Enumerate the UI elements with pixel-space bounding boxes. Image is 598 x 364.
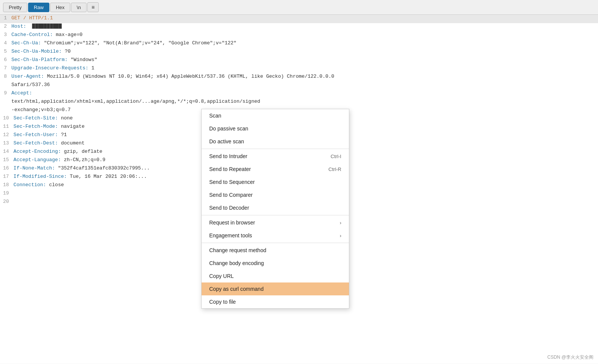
- line-number-10: 10: [0, 115, 14, 121]
- line-content-16: If-None-Match: "352f4caf1351eafc830392c7…: [14, 165, 150, 171]
- line-content-1: GET / HTTP/1.1: [11, 15, 53, 21]
- line-number-20: 20: [0, 199, 14, 204]
- request-line-9b: text/html,application/xhtml+xml,applicat…: [0, 98, 598, 107]
- menu-label-engagement-tools: Engagement tools: [209, 232, 252, 238]
- line-number-8: 8: [0, 74, 11, 79]
- line-number-2: 2: [0, 24, 11, 29]
- request-line-7: 7 Upgrade-Insecure-Requests: 1: [0, 65, 598, 73]
- menu-item-send-sequencer[interactable]: Send to Sequencer: [202, 176, 349, 188]
- line-number-13: 13: [0, 140, 14, 146]
- arrow-engagement-tools: ›: [340, 233, 341, 238]
- tab-menu[interactable]: ≡: [87, 2, 99, 12]
- menu-label-request-browser: Request in browser: [209, 220, 255, 226]
- tab-pretty[interactable]: Pretty: [3, 3, 27, 12]
- menu-label-copy-file: Copy to file: [209, 299, 236, 305]
- separator-2: [202, 215, 349, 215]
- request-line-3: 3 Cache-Control: max-age=0: [0, 31, 598, 40]
- request-line-8b: Safari/537.36: [0, 82, 598, 90]
- request-line-5: 5 Sec-Ch-Ua-Mobile: ?0: [0, 48, 598, 56]
- menu-item-change-method[interactable]: Change request method: [202, 244, 349, 257]
- line-number-6: 6: [0, 57, 11, 63]
- line-number-3: 3: [0, 32, 11, 38]
- line-content-8: User-Agent: Mozilla/5.0 (Windows NT 10.0…: [11, 74, 334, 79]
- request-line-8: 8 User-Agent: Mozilla/5.0 (Windows NT 10…: [0, 73, 598, 82]
- tab-newline[interactable]: \n: [71, 3, 87, 12]
- menu-item-send-decoder[interactable]: Send to Decoder: [202, 201, 349, 214]
- separator-1: [202, 149, 349, 149]
- menu-label-passive-scan: Do passive scan: [209, 126, 248, 132]
- menu-item-change-encoding[interactable]: Change body encoding: [202, 257, 349, 270]
- line-number-19: 19: [0, 190, 14, 196]
- line-number-9: 9: [0, 90, 11, 96]
- menu-item-send-repeater[interactable]: Send to Repeater Ctrl-R: [202, 163, 349, 176]
- line-number-18: 18: [0, 182, 14, 188]
- line-number-16: 16: [0, 165, 14, 171]
- shortcut-repeater: Ctrl-R: [328, 166, 341, 172]
- context-menu: Scan Do passive scan Do active scan Send…: [201, 109, 349, 309]
- line-content-15: Accept-Language: zh-CN,zh;q=0.9: [14, 157, 106, 163]
- menu-label-copy-url: Copy URL: [209, 273, 234, 279]
- menu-item-request-browser[interactable]: Request in browser ›: [202, 216, 349, 229]
- line-number-15: 15: [0, 157, 14, 163]
- tab-raw[interactable]: Raw: [28, 3, 49, 12]
- line-number-11: 11: [0, 124, 14, 129]
- request-line-4: 4 Sec-Ch-Ua: "Chromium";v="122", "Not(A:…: [0, 40, 598, 48]
- menu-label-copy-curl: Copy as curl command: [209, 286, 263, 292]
- menu-label-send-decoder: Send to Decoder: [209, 205, 249, 211]
- menu-label-change-encoding: Change body encoding: [209, 260, 264, 266]
- line-content-9c: -exchange;v=b3;q=0.7: [11, 107, 71, 113]
- line-number-4: 4: [0, 40, 11, 46]
- separator-3: [202, 243, 349, 243]
- line-content-6: Sec-Ch-Ua-Platform: "Windows": [11, 57, 97, 63]
- menu-item-copy-curl[interactable]: Copy as curl command: [202, 282, 349, 295]
- menu-item-active-scan[interactable]: Do active scan: [202, 135, 349, 148]
- line-content-13: Sec-Fetch-Dest: document: [14, 140, 85, 146]
- line-content-12: Sec-Fetch-User: ?1: [14, 132, 67, 138]
- menu-label-active-scan: Do active scan: [209, 138, 244, 144]
- request-line-6: 6 Sec-Ch-Ua-Platform: "Windows": [0, 56, 598, 65]
- arrow-request-browser: ›: [340, 220, 341, 226]
- request-area: 1 GET / HTTP/1.1 2 Host: ██████████ 3 Ca…: [0, 15, 598, 364]
- line-number-12: 12: [0, 132, 14, 138]
- menu-label-send-comparer: Send to Comparer: [209, 192, 252, 198]
- menu-label-scan: Scan: [209, 113, 221, 119]
- line-content-14: Accept-Encoding: gzip, deflate: [14, 149, 103, 154]
- menu-item-engagement-tools[interactable]: Engagement tools ›: [202, 229, 349, 242]
- line-content-18: Connection: close: [14, 182, 64, 188]
- line-content-8b: Safari/537.36: [11, 82, 50, 88]
- menu-label-send-repeater: Send to Repeater: [209, 166, 251, 172]
- line-content-5: Sec-Ch-Ua-Mobile: ?0: [11, 49, 71, 54]
- line-number-17: 17: [0, 174, 14, 179]
- line-number-5: 5: [0, 49, 11, 54]
- line-number-7: 7: [0, 65, 11, 71]
- line-content-4: Sec-Ch-Ua: "Chromium";v="122", "Not(A:Br…: [11, 40, 237, 46]
- menu-item-send-comparer[interactable]: Send to Comparer: [202, 188, 349, 201]
- request-line-2: 2 Host: ██████████: [0, 23, 598, 31]
- menu-item-passive-scan[interactable]: Do passive scan: [202, 122, 349, 135]
- menu-item-copy-file[interactable]: Copy to file: [202, 295, 349, 308]
- line-content-9b: text/html,application/xhtml+xml,applicat…: [11, 99, 260, 104]
- menu-item-copy-url[interactable]: Copy URL: [202, 270, 349, 282]
- request-line-9: 9 Accept:: [0, 90, 598, 98]
- menu-item-send-intruder[interactable]: Send to Intruder Ctrl-I: [202, 150, 349, 163]
- line-content-2: Host: ██████████: [11, 24, 62, 29]
- line-content-10: Sec-Fetch-Site: none: [14, 115, 73, 121]
- line-content-17: If-Modified-Since: Tue, 16 Mar 2021 20:0…: [14, 174, 147, 179]
- menu-item-scan[interactable]: Scan: [202, 109, 349, 122]
- shortcut-intruder: Ctrl-I: [331, 154, 341, 159]
- menu-label-send-intruder: Send to Intruder: [209, 153, 247, 159]
- line-content-7: Upgrade-Insecure-Requests: 1: [11, 65, 94, 71]
- line-number-1: 1: [0, 15, 11, 21]
- watermark: CSDN @李火火安全阁: [547, 354, 593, 361]
- menu-label-change-method: Change request method: [209, 247, 266, 253]
- line-content-3: Cache-Control: max-age=0: [11, 32, 82, 38]
- tab-hex[interactable]: Hex: [50, 3, 70, 12]
- request-line-1: 1 GET / HTTP/1.1: [0, 15, 598, 23]
- toolbar: Pretty Raw Hex \n ≡: [0, 0, 598, 15]
- menu-label-send-sequencer: Send to Sequencer: [209, 179, 255, 185]
- line-content-11: Sec-Fetch-Mode: navigate: [14, 124, 85, 129]
- line-content-9: Accept:: [11, 90, 32, 96]
- line-number-14: 14: [0, 149, 14, 154]
